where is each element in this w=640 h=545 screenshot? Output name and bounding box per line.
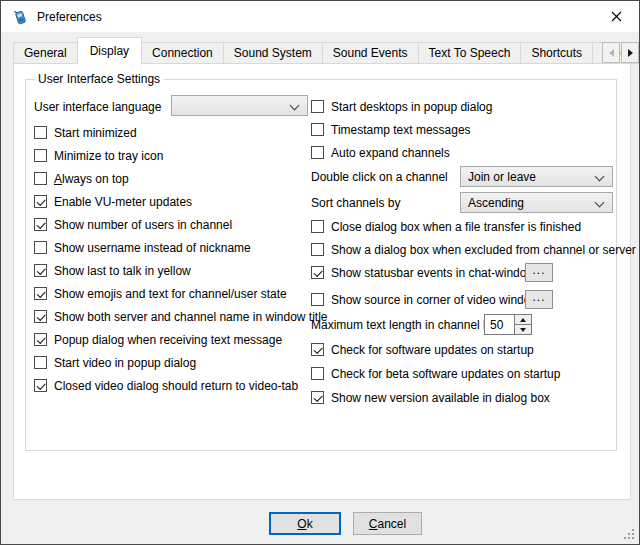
ellipsis-label: ... xyxy=(532,263,545,277)
tab-display[interactable]: Display xyxy=(77,37,142,64)
checkbox-show-user-count[interactable]: Show number of users in channel xyxy=(34,216,232,233)
close-icon xyxy=(611,11,622,22)
tab-sound-events[interactable]: Sound Events xyxy=(322,42,419,64)
window-title: Preferences xyxy=(37,10,102,24)
checkbox-vu-meter-updates[interactable]: Enable VU-meter updates xyxy=(34,193,192,210)
spinbox-value[interactable]: 50 xyxy=(485,315,514,334)
checkbox-minimize-to-tray[interactable]: Minimize to tray icon xyxy=(34,147,163,164)
sort-channels-combobox[interactable]: Ascending xyxy=(460,192,613,213)
checkbox-close-on-file-transfer[interactable]: Close dialog box when a file transfer is… xyxy=(311,218,581,235)
checkbox-box xyxy=(311,293,324,306)
checkbox-label: Check for beta software updates on start… xyxy=(331,367,560,381)
chevron-down-icon xyxy=(595,172,605,182)
checkbox-check-updates[interactable]: Check for software updates on startup xyxy=(311,341,534,358)
checkbox-show-username[interactable]: Show username instead of nickname xyxy=(34,239,251,256)
max-text-length-spinbox[interactable]: 50 xyxy=(484,314,532,335)
checkbox-dialog-when-excluded[interactable]: Show a dialog box when excluded from cha… xyxy=(311,241,636,258)
ok-button[interactable]: Ok xyxy=(269,512,341,535)
checkbox-label: Show both server and channel name in win… xyxy=(54,310,328,324)
language-combobox[interactable] xyxy=(171,95,308,116)
checkbox-box xyxy=(311,266,324,279)
sort-channels-label-row: Sort channels by xyxy=(311,194,400,211)
group-title: User Interface Settings xyxy=(34,72,164,86)
checkbox-label: Show a dialog box when excluded from cha… xyxy=(331,243,636,257)
checkbox-box xyxy=(34,379,47,392)
language-label: User interface language xyxy=(34,100,161,114)
checkbox-start-minimized[interactable]: Start minimized xyxy=(34,124,137,141)
checkbox-label: Start desktops in popup dialog xyxy=(331,100,492,114)
checkbox-label: Show new version available in dialog box xyxy=(331,391,550,405)
checkbox-label: Minimize to tray icon xyxy=(54,149,163,163)
checkbox-box xyxy=(34,218,47,231)
spin-up-button[interactable] xyxy=(515,315,531,325)
checkbox-video-source-corner[interactable]: Show source in corner of video window xyxy=(311,291,539,308)
double-click-label-row: Double click on a channel xyxy=(311,168,448,185)
tab-connection[interactable]: Connection xyxy=(141,42,224,64)
checkbox-label: Show statusbar events in chat-window xyxy=(331,266,535,280)
checkbox-start-video-popup[interactable]: Start video in popup dialog xyxy=(34,354,196,371)
checkbox-popup-text-message[interactable]: Popup dialog when receiving text message xyxy=(34,331,282,348)
checkbox-box xyxy=(311,123,324,136)
checkbox-label: Enable VU-meter updates xyxy=(54,195,192,209)
checkbox-box xyxy=(311,391,324,404)
checkbox-label: Closed video dialog should return to vid… xyxy=(54,379,298,393)
checkbox-box xyxy=(311,243,324,256)
checkbox-box xyxy=(34,149,47,162)
checkbox-label: Show number of users in channel xyxy=(54,218,232,232)
spin-down-button[interactable] xyxy=(515,325,531,334)
tab-label: Connection xyxy=(152,46,213,60)
tab-general[interactable]: General xyxy=(13,42,78,64)
triangle-left-icon xyxy=(609,49,614,57)
resize-grip-icon[interactable] xyxy=(623,528,636,541)
combobox-value: Join or leave xyxy=(468,170,536,184)
checkbox-label: Check for software updates on startup xyxy=(331,343,534,357)
title-bar: Preferences xyxy=(1,1,639,32)
tab-scroll-right-button[interactable] xyxy=(621,42,639,63)
checkbox-box xyxy=(34,310,47,323)
checkbox-label: Auto expand channels xyxy=(331,146,450,160)
checkbox-always-on-top[interactable]: Always on top xyxy=(34,170,129,187)
checkbox-show-emojis[interactable]: Show emojis and text for channel/user st… xyxy=(34,285,287,302)
checkbox-statusbar-events[interactable]: Show statusbar events in chat-window xyxy=(311,264,535,281)
checkbox-check-beta-updates[interactable]: Check for beta software updates on start… xyxy=(311,365,560,382)
max-text-length-label: Maximum text length in channel list xyxy=(311,318,498,332)
ok-button-label: Ok xyxy=(297,517,312,531)
checkbox-label: Start minimized xyxy=(54,126,137,140)
checkbox-box xyxy=(34,172,47,185)
checkbox-box xyxy=(311,343,324,356)
cancel-button-label: Cancel xyxy=(369,517,406,531)
max-text-length-label-row: Maximum text length in channel list xyxy=(311,316,498,333)
checkbox-server-channel-in-title[interactable]: Show both server and channel name in win… xyxy=(34,308,328,325)
checkbox-show-last-talk-yellow[interactable]: Show last to talk in yellow xyxy=(34,262,191,279)
ellipsis-label: ... xyxy=(532,290,545,304)
checkbox-box xyxy=(311,100,324,113)
tab-shortcuts[interactable]: Shortcuts xyxy=(520,42,593,64)
cancel-button[interactable]: Cancel xyxy=(353,512,422,535)
tab-text-to-speech[interactable]: Text To Speech xyxy=(418,42,522,64)
checkbox-label: Show emojis and text for channel/user st… xyxy=(54,287,287,301)
spinbox-buttons xyxy=(514,315,531,334)
checkbox-label: Start video in popup dialog xyxy=(54,356,196,370)
checkbox-box xyxy=(311,146,324,159)
checkbox-auto-expand-channels[interactable]: Auto expand channels xyxy=(311,144,450,161)
statusbar-events-browse-button[interactable]: ... xyxy=(525,263,553,282)
triangle-down-icon xyxy=(520,328,526,332)
checkbox-closed-video-return[interactable]: Closed video dialog should return to vid… xyxy=(34,377,298,394)
video-source-browse-button[interactable]: ... xyxy=(525,290,553,309)
chevron-down-icon xyxy=(290,101,300,111)
tab-label: Shortcuts xyxy=(531,46,582,60)
checkbox-box xyxy=(311,220,324,233)
checkbox-box xyxy=(34,126,47,139)
tab-scroll-left-button[interactable] xyxy=(602,42,620,63)
double-click-label: Double click on a channel xyxy=(311,170,448,184)
language-label-row: User interface language xyxy=(34,98,161,115)
checkbox-box xyxy=(311,367,324,380)
close-button[interactable] xyxy=(594,1,639,31)
triangle-up-icon xyxy=(520,318,526,322)
tab-sound-system[interactable]: Sound System xyxy=(223,42,323,64)
checkbox-start-desktops-popup[interactable]: Start desktops in popup dialog xyxy=(311,98,492,115)
checkbox-show-new-version[interactable]: Show new version available in dialog box xyxy=(311,389,550,406)
checkbox-box xyxy=(34,241,47,254)
checkbox-timestamp-messages[interactable]: Timestamp text messages xyxy=(311,121,471,138)
double-click-combobox[interactable]: Join or leave xyxy=(460,166,613,187)
